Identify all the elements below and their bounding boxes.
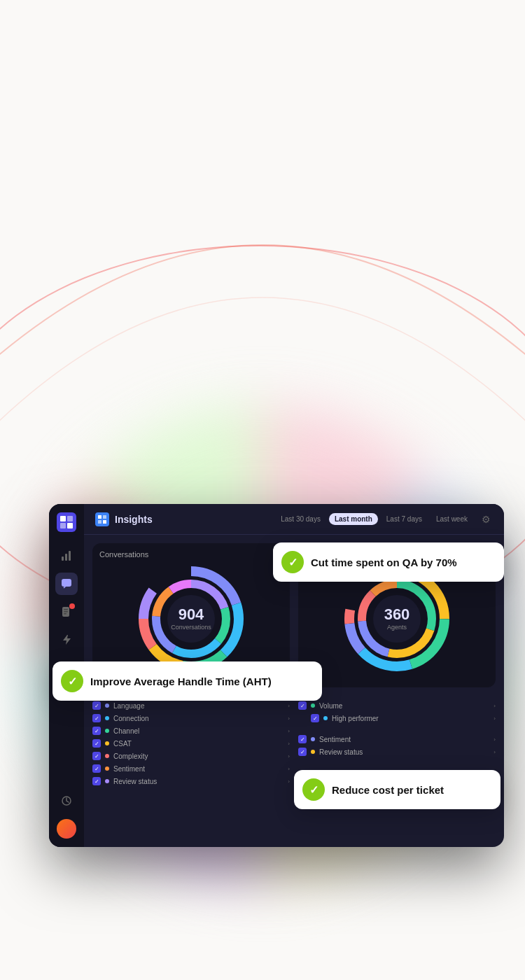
filter-7-days[interactable]: Last 7 days <box>381 513 428 525</box>
filter-language-dot <box>105 704 109 708</box>
conversations-center: 904 Conversations <box>171 607 211 631</box>
filter-language-label: Language <box>113 702 145 710</box>
filter-volume-checkbox[interactable]: ✓ <box>298 701 307 710</box>
callout-cost: ✓ Reduce cost per ticket <box>294 770 500 809</box>
sidebar-logo <box>57 512 76 532</box>
filter-high-performer-dot <box>323 716 328 720</box>
sidebar-icon-lightning[interactable] <box>55 629 78 651</box>
filter-review-status-checkbox[interactable]: ✓ <box>92 777 101 785</box>
svg-rect-11 <box>64 613 66 615</box>
filter-language-checkbox[interactable]: ✓ <box>92 701 101 710</box>
filter-volume-chevron: › <box>493 703 496 709</box>
filter-r-review-dot <box>311 750 315 754</box>
callout-aht: ✓ Improve Average Handle Time (AHT) <box>52 662 322 701</box>
sidebar-icon-chat[interactable] <box>55 573 78 595</box>
filter-complexity-chevron: › <box>288 753 290 760</box>
user-avatar[interactable] <box>57 819 76 839</box>
filter-connection-chevron: › <box>288 715 290 722</box>
svg-rect-9 <box>64 609 68 610</box>
filter-channel-label: Channel <box>113 727 139 735</box>
agents-number: 360 <box>384 607 410 622</box>
filter-high-performer-chevron: › <box>493 715 496 722</box>
filter-csat-dot <box>105 741 109 746</box>
filter-channel-dot <box>105 729 109 733</box>
header-title: Insights <box>115 514 270 525</box>
filter-sentiment-dot <box>105 766 109 771</box>
filter-review-status[interactable]: ✓ Review status › <box>92 777 290 785</box>
svg-rect-6 <box>69 551 71 561</box>
callout-qa: ✓ Cut time spent on QA by 70% <box>273 542 504 582</box>
filter-volume-label: Volume <box>319 702 342 710</box>
time-filter-group: Last 30 days Last month Last 7 days Last… <box>275 513 473 525</box>
filter-csat-label: CSAT <box>113 740 132 748</box>
svg-rect-2 <box>60 523 66 528</box>
filter-r-sentiment-checkbox[interactable]: ✓ <box>298 735 307 743</box>
filter-r-review-label: Review status <box>319 748 363 756</box>
filter-high-performer-label: High performer <box>332 715 379 722</box>
filter-r-review-checkbox[interactable]: ✓ <box>298 748 307 756</box>
filter-r-sentiment-label: Sentiment <box>319 736 351 743</box>
filter-last-month[interactable]: Last month <box>329 513 378 525</box>
filter-csat[interactable]: ✓ CSAT › <box>92 739 290 748</box>
filter-r-sentiment[interactable]: ✓ Sentiment › <box>298 735 496 743</box>
filter-channel-checkbox[interactable]: ✓ <box>92 727 101 735</box>
filter-sentiment-chevron: › <box>288 766 290 772</box>
filter-language-chevron: › <box>288 703 290 709</box>
filter-channel[interactable]: ✓ Channel › <box>92 727 290 735</box>
filter-r-review-status-chevron: › <box>493 749 496 755</box>
svg-rect-14 <box>103 515 106 519</box>
agents-sublabel: Agents <box>384 624 410 631</box>
filter-sentiment[interactable]: ✓ Sentiment › <box>92 764 290 773</box>
conversations-donut: 904 Conversations <box>135 563 247 675</box>
filter-complexity-label: Complexity <box>113 752 148 760</box>
svg-rect-16 <box>103 520 106 524</box>
insights-icon <box>95 512 109 526</box>
filter-complexity-checkbox[interactable]: ✓ <box>92 752 101 760</box>
callout-aht-text: Improve Average Handle Time (AHT) <box>90 676 272 687</box>
callout-qa-text: Cut time spent on QA by 70% <box>311 556 457 568</box>
filter-channel-chevron: › <box>288 728 290 734</box>
conversations-label: Conversations <box>99 550 148 559</box>
filter-sentiment-label: Sentiment <box>113 765 145 773</box>
filter-high-performer[interactable]: ✓ High performer › <box>298 714 496 722</box>
callout-cost-text: Reduce cost per ticket <box>332 784 444 796</box>
filter-language[interactable]: ✓ Language › <box>92 701 290 710</box>
filter-csat-checkbox[interactable]: ✓ <box>92 739 101 748</box>
app-header: Insights Last 30 days Last month Last 7 … <box>84 504 504 535</box>
filter-high-performer-checkbox[interactable]: ✓ <box>311 714 319 722</box>
sidebar-icon-documents[interactable] <box>55 601 78 623</box>
filter-review-dot <box>105 779 109 783</box>
filter-last-week[interactable]: Last week <box>430 513 473 525</box>
filter-r-sentiment-dot <box>311 737 315 741</box>
filter-complexity-dot <box>105 754 109 758</box>
filter-sentiment-checkbox[interactable]: ✓ <box>92 764 101 773</box>
svg-rect-0 <box>60 516 66 522</box>
filter-30-days[interactable]: Last 30 days <box>275 513 326 525</box>
filter-connection-label: Connection <box>113 715 149 722</box>
sidebar-icon-analytics[interactable] <box>55 545 78 567</box>
callout-cost-check: ✓ <box>302 778 325 801</box>
sidebar-bottom <box>55 788 78 839</box>
filter-complexity[interactable]: ✓ Complexity › <box>92 752 290 760</box>
filter-review-chevron: › <box>288 778 290 785</box>
settings-icon[interactable]: ⚙ <box>479 512 493 526</box>
filter-review-label: Review status <box>113 778 157 785</box>
svg-rect-5 <box>65 554 67 561</box>
svg-rect-13 <box>98 515 102 519</box>
sidebar-icon-clock[interactable] <box>55 790 78 812</box>
filter-connection[interactable]: ✓ Connection › <box>92 714 290 722</box>
filter-r-review-status[interactable]: ✓ Review status › <box>298 748 496 756</box>
callout-aht-check: ✓ <box>61 670 83 692</box>
filter-volume-dot <box>311 704 315 708</box>
svg-rect-15 <box>98 520 102 524</box>
callout-qa-check: ✓ <box>281 551 304 573</box>
svg-rect-4 <box>62 556 64 561</box>
filter-connection-checkbox[interactable]: ✓ <box>92 714 101 722</box>
svg-rect-1 <box>67 516 73 522</box>
filter-volume[interactable]: ✓ Volume › <box>298 701 496 710</box>
filter-csat-chevron: › <box>288 741 290 747</box>
agents-center: 360 Agents <box>384 607 410 631</box>
svg-rect-10 <box>64 611 68 612</box>
svg-rect-3 <box>67 523 73 528</box>
conversations-sublabel: Conversations <box>171 624 211 631</box>
